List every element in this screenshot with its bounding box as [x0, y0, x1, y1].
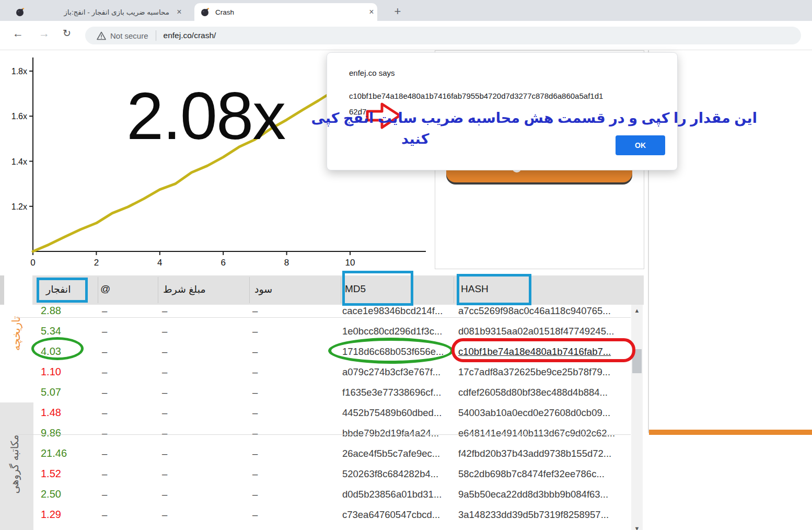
- empty-cell: –: [102, 321, 107, 341]
- forward-button: →: [39, 27, 50, 40]
- table-row: 21.46–––26ace4f5b5c7afe9ec...f42fbd20b37…: [0, 443, 631, 464]
- scroll-down-icon[interactable]: ▼: [631, 523, 643, 530]
- table-header-stub: [0, 275, 4, 305]
- new-tab-button[interactable]: +: [390, 4, 405, 20]
- history-table-header: انفجار @ مبلغ شرط سود MD5 HASH: [32, 275, 644, 305]
- highlight-box-md5: [342, 271, 413, 306]
- tutorial-note-line1: این مقدار را کپی و در قسمت هش محاسبه ضری…: [400, 110, 757, 126]
- empty-cell: –: [102, 341, 107, 362]
- empty-cell: –: [162, 525, 167, 530]
- hash-value: 17c7adf8a372625be9ce25b78f79...: [458, 362, 610, 382]
- md5-value: c91ba2ce5134f0d4...: [342, 525, 433, 530]
- table-row: 1.29–––c73ea64760547cbcd...3a148233dd39d…: [0, 504, 631, 525]
- green-circle-multiplier: [31, 337, 84, 360]
- ok-button[interactable]: OK: [616, 135, 665, 155]
- table-scrollbar[interactable]: ▲ ▼: [631, 305, 643, 530]
- empty-cell: –: [102, 464, 107, 484]
- back-button[interactable]: ←: [13, 27, 24, 40]
- crash-multiplier: 4.03: [41, 525, 61, 530]
- empty-cell: –: [162, 341, 167, 362]
- svg-text:8: 8: [284, 258, 289, 268]
- table-row: 4.03–––c91ba2ce5134f0d4...0ebbbd818641d4…: [0, 525, 631, 530]
- table-row: 2.50–––d0d5b23856a01bd31...9a5b50eca22dd…: [0, 484, 631, 504]
- md5-value: d0d5b23856a01bd31...: [342, 484, 442, 504]
- empty-cell: –: [252, 321, 258, 341]
- table-row: 1.10–––a079c274b3cf3e767f...17c7adf8a372…: [0, 362, 631, 382]
- crash-multiplier: 5.07: [41, 382, 61, 402]
- url-text[interactable]: enfej.co/crash/: [164, 31, 216, 40]
- svg-text:1.2x: 1.2x: [11, 202, 27, 211]
- tab-crash-active[interactable]: Crash ×: [194, 3, 377, 21]
- green-circle-md5: [328, 338, 454, 364]
- md5-value: c73ea64760547cbcd...: [342, 504, 440, 525]
- empty-cell: –: [102, 525, 107, 530]
- empty-cell: –: [102, 362, 107, 382]
- crash-multiplier: 1.10: [41, 362, 61, 382]
- svg-text:0: 0: [30, 258, 35, 268]
- hash-value: 54003ab10a0ecd0e27608d0cb09...: [458, 402, 610, 423]
- md5-value: bbde79b2d19fa4a24...: [342, 423, 439, 443]
- col-profit: سود: [254, 283, 272, 295]
- tab-close-icon[interactable]: ×: [366, 7, 377, 17]
- empty-cell: –: [162, 484, 167, 504]
- empty-cell: –: [162, 402, 167, 423]
- empty-cell: –: [162, 321, 167, 341]
- empty-cell: –: [162, 504, 167, 525]
- col-bet-amount: مبلغ شرط: [163, 283, 206, 295]
- dialog-hash-line1: c10bf1be74a18e480a1b7416fab7955b4720d7d3…: [349, 91, 603, 100]
- hash-value: 9a5b50eca22dd8d3bbb9b084f63...: [458, 484, 608, 504]
- empty-cell: –: [252, 443, 258, 464]
- empty-cell: –: [252, 382, 258, 402]
- empty-cell: –: [162, 464, 167, 484]
- svg-text:10: 10: [345, 258, 355, 268]
- not-secure-label[interactable]: Not secure: [110, 31, 148, 40]
- crash-multiplier: 2.50: [41, 484, 61, 504]
- empty-cell: –: [252, 423, 258, 443]
- tutorial-note-line2: کنید: [401, 131, 443, 147]
- md5-value: 520263f8c684282b4...: [342, 464, 438, 484]
- md5-value: 26ace4f5b5c7afe9ec...: [342, 443, 440, 464]
- empty-cell: –: [252, 341, 258, 362]
- row-divider: [16, 317, 631, 318]
- col-at: @: [100, 283, 110, 295]
- hash-value: cdfef26058d80bf38ec488d4b884...: [458, 382, 608, 402]
- crash-multiplier: 1.29: [41, 504, 61, 525]
- md5-value: a079c274b3cf3e767f...: [342, 362, 440, 382]
- empty-cell: –: [102, 504, 107, 525]
- reload-button[interactable]: ↻: [63, 27, 71, 39]
- empty-cell: –: [102, 382, 107, 402]
- table-row: 1.52–––520263f8c684282b4...58c2db698b7c8…: [0, 464, 631, 484]
- empty-cell: –: [252, 484, 258, 504]
- table-row: 5.07–––f1635e3e77338696cf...cdfef26058d8…: [0, 382, 631, 402]
- hash-value: 58c2db698b7c8474fef32ee786c...: [458, 464, 605, 484]
- hash-value: 0ebbbd818641d4db8db677808...: [458, 525, 601, 530]
- empty-cell: –: [252, 362, 258, 382]
- bomb-favicon: [201, 7, 210, 17]
- highlight-box-hash: [457, 274, 531, 305]
- tab-close-icon[interactable]: ×: [173, 7, 185, 17]
- svg-text:1.8x: 1.8x: [11, 67, 27, 76]
- svg-text:2: 2: [94, 258, 99, 268]
- empty-cell: –: [252, 504, 258, 525]
- highlight-box-explosion: [37, 278, 88, 303]
- empty-cell: –: [162, 362, 167, 382]
- crash-multiplier: 21.46: [41, 443, 67, 464]
- md5-value: f1635e3e77338696cf...: [342, 382, 441, 402]
- empty-cell: –: [102, 402, 107, 423]
- table-row: 9.86–––bbde79b2d19fa4a24...e648141e49140…: [0, 423, 631, 443]
- empty-cell: –: [162, 443, 167, 464]
- empty-cell: –: [252, 525, 258, 530]
- tab-calculator[interactable]: محاسبه ضریب بازی انفجار - انفج:باز ×: [9, 3, 192, 21]
- scroll-up-icon[interactable]: ▲: [631, 305, 643, 316]
- table-row: 1.48–––4452b75489b60dbed...54003ab10a0ec…: [0, 402, 631, 423]
- empty-cell: –: [252, 464, 258, 484]
- tab-title: Crash: [215, 8, 361, 16]
- hash-value: f42fbd20b37b43add9738b155d72...: [458, 443, 611, 464]
- svg-text:1.4x: 1.4x: [11, 157, 27, 166]
- address-bar[interactable]: Not secure enfej.co/crash/: [85, 27, 801, 44]
- tab-title: محاسبه ضریب بازی انفجار - انفج:باز: [29, 8, 169, 16]
- crash-multiplier: 1.48: [41, 402, 61, 423]
- url-divider: [156, 30, 156, 41]
- dialog-title: enfej.co says: [349, 68, 395, 77]
- svg-text:1.6x: 1.6x: [11, 112, 27, 121]
